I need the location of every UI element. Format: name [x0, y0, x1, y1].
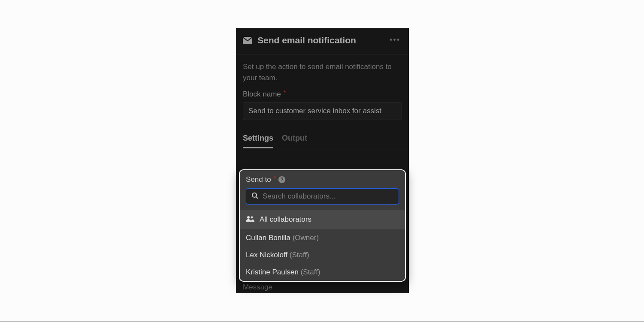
svg-point-3	[247, 216, 250, 219]
block-name-input[interactable]	[243, 102, 402, 120]
option-all-collaborators-label: All collaborators	[260, 215, 311, 224]
message-label: Message	[243, 283, 272, 292]
svg-point-1	[252, 193, 257, 197]
send-to-dropdown: Send to * ? All collaborators	[239, 169, 406, 282]
collaborator-name: Lex Nickoloff	[246, 251, 287, 259]
collaborator-role: (Staff)	[301, 268, 320, 276]
search-icon	[251, 192, 258, 201]
send-to-label-text: Send to	[246, 175, 271, 184]
collaborator-option[interactable]: Cullan Bonilla (Owner)	[240, 229, 405, 247]
tabs: Settings Output	[236, 129, 409, 148]
block-name-label-text: Block name	[243, 90, 281, 99]
collaborator-role: (Staff)	[290, 251, 309, 259]
collaborator-option[interactable]: Lex Nickoloff (Staff)	[240, 247, 405, 264]
dropdown-header: Send to * ?	[240, 170, 405, 210]
search-collaborators-input[interactable]	[263, 192, 393, 201]
tab-output[interactable]: Output	[282, 129, 307, 148]
block-name-label: Block name *	[243, 90, 402, 99]
collaborator-role: (Owner)	[293, 234, 319, 242]
send-to-label: Send to * ?	[246, 175, 399, 184]
panel-header: Send email notification •••	[236, 28, 409, 54]
collaborator-list: Cullan Bonilla (Owner) Lex Nickoloff (St…	[240, 229, 405, 281]
block-name-field: Block name *	[236, 83, 409, 120]
option-all-collaborators[interactable]: All collaborators	[240, 210, 405, 229]
search-collaborators-wrap[interactable]	[246, 188, 399, 205]
collaborator-option[interactable]: Kristine Paulsen (Staff)	[240, 264, 405, 281]
svg-point-4	[251, 217, 253, 219]
tab-settings[interactable]: Settings	[243, 129, 273, 148]
required-indicator: *	[284, 89, 286, 96]
send-to-section	[236, 148, 409, 154]
svg-line-2	[256, 197, 258, 199]
collaborator-name: Cullan Bonilla	[246, 234, 290, 242]
panel-title: Send email notification	[257, 35, 388, 45]
required-indicator: *	[274, 175, 276, 181]
collaborator-name: Kristine Paulsen	[246, 268, 299, 276]
panel-description: Set up the action to send email notifica…	[236, 54, 409, 83]
help-icon[interactable]: ?	[278, 176, 285, 183]
people-icon	[246, 215, 254, 224]
mail-icon	[243, 37, 252, 44]
more-options-button[interactable]: •••	[388, 34, 402, 46]
